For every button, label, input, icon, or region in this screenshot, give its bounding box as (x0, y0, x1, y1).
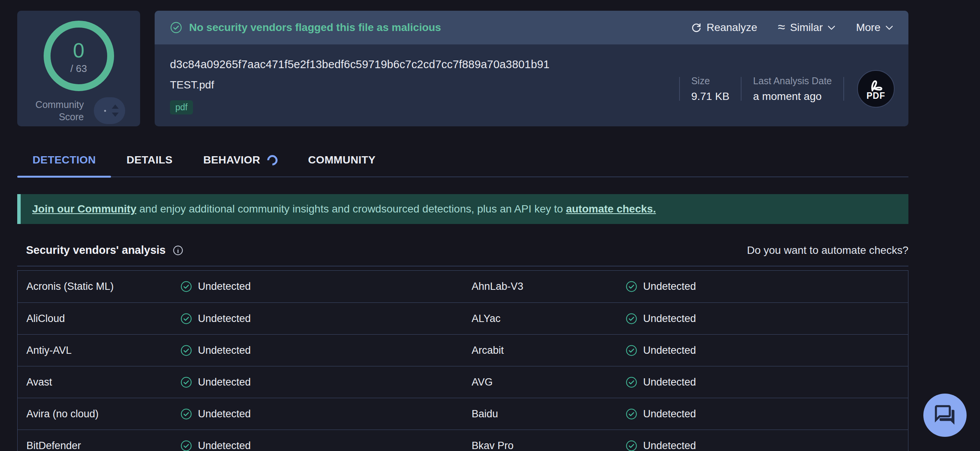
file-hash: d3c84a09265f7aac471f5e2f13bedf6c59719b6c… (170, 58, 550, 71)
last-analysis-label: Last Analysis Date (753, 75, 832, 87)
reanalyze-button[interactable]: Reanalyze (691, 21, 757, 34)
check-circle-icon (180, 408, 192, 420)
vendor-cell: Arcabit Undetected (463, 335, 908, 366)
detections-count: 0 (73, 40, 84, 60)
automate-checks-prompt[interactable]: Do you want to automate checks? (747, 244, 908, 257)
check-circle-icon (626, 440, 637, 451)
vendor-row: Avira (no cloud) Undetected Baidu Undete… (18, 398, 908, 430)
report-tabs: DETECTION DETAILS BEHAVIOR COMMUNITY (17, 149, 908, 177)
vendor-name: AVG (463, 376, 626, 388)
divider (843, 77, 844, 101)
vendor-cell: BitDefender Undetected (18, 430, 463, 451)
loading-spinner-icon (265, 153, 279, 167)
forum-chat-icon (934, 404, 956, 426)
vote-score-dot-icon (104, 110, 106, 112)
join-community-banner: Join our Community and enjoy additional … (17, 194, 908, 224)
verdict-bar: No security vendors flagged this file as… (155, 11, 908, 44)
check-circle-icon (626, 408, 637, 420)
vendor-status: Undetected (626, 376, 696, 388)
vendor-name: AhnLab-V3 (463, 281, 626, 292)
tag-pdf[interactable]: pdf (170, 100, 193, 114)
vendor-name: BitDefender (18, 440, 180, 451)
header-actions: Reanalyze ≈ Similar More (691, 21, 893, 34)
vendors-section-header: Security vendors' analysis Do you want t… (17, 244, 908, 266)
detection-score-donut: 0 / 63 (44, 21, 114, 91)
size-value: 9.71 KB (691, 90, 730, 103)
file-identity: d3c84a09265f7aac471f5e2f13bedf6c59719b6c… (170, 58, 550, 126)
check-circle-icon (180, 345, 192, 356)
vendor-row: Acronis (Static ML) Undetected AhnLab-V3… (18, 271, 908, 302)
check-circle-icon (626, 376, 637, 388)
automate-checks-link[interactable]: automate checks. (566, 203, 656, 215)
similar-button[interactable]: ≈ Similar (778, 21, 835, 34)
vendor-name: Bkav Pro (463, 440, 626, 451)
file-info: d3c84a09265f7aac471f5e2f13bedf6c59719b6c… (155, 44, 908, 126)
chevron-down-icon (828, 25, 835, 30)
check-circle-icon (180, 313, 192, 325)
community-vote-widget[interactable] (94, 97, 125, 124)
vendor-row: BitDefender Undetected Bkav Pro Undetect… (18, 430, 908, 451)
pdf-badge-label: PDF (867, 92, 885, 100)
engines-total: / 63 (70, 63, 87, 75)
check-circle-icon (180, 281, 192, 292)
vendor-name: ALYac (463, 313, 626, 325)
chevron-down-icon (885, 25, 893, 30)
vendor-cell: ALYac Undetected (463, 303, 908, 334)
community-score-label: Community Score (36, 98, 84, 123)
vendor-cell: AliCloud Undetected (18, 303, 463, 334)
vendor-cell: AVG Undetected (463, 366, 908, 398)
check-circle-icon (180, 376, 192, 388)
vendor-cell: Avast Undetected (18, 366, 463, 398)
vendor-status: Undetected (626, 345, 696, 356)
vote-up-icon[interactable] (112, 105, 119, 109)
vendor-name: Baidu (463, 408, 626, 420)
file-size-block: Size 9.71 KB (680, 75, 741, 103)
file-summary-card: No security vendors flagged this file as… (155, 11, 908, 126)
vendor-cell: Baidu Undetected (463, 398, 908, 430)
vendor-name: Acronis (Static ML) (18, 281, 180, 292)
vendor-status: Undetected (180, 408, 251, 420)
community-score-row: Community Score (17, 97, 140, 124)
check-circle-icon (180, 440, 192, 451)
file-name: TEST.pdf (170, 79, 550, 91)
vendor-name: Antiy-AVL (18, 345, 180, 356)
acrobat-loop-icon (866, 77, 886, 93)
file-meta: Size 9.71 KB Last Analysis Date a moment… (679, 70, 895, 108)
vendor-name: Avast (18, 376, 180, 388)
banner-text: and enjoy additional community insights … (136, 203, 566, 215)
check-circle-icon (170, 21, 182, 34)
vendor-status: Undetected (626, 313, 696, 325)
tab-details[interactable]: DETAILS (111, 149, 188, 176)
size-label: Size (691, 75, 730, 87)
verdict-status: No security vendors flagged this file as… (170, 21, 441, 34)
similar-icon: ≈ (778, 20, 785, 33)
check-circle-icon (626, 281, 637, 292)
vendors-table: Acronis (Static ML) Undetected AhnLab-V3… (17, 270, 908, 451)
vendor-status: Undetected (180, 376, 251, 388)
tab-detection[interactable]: DETECTION (17, 149, 111, 176)
vendor-status: Undetected (626, 281, 696, 292)
vendor-cell: Acronis (Static ML) Undetected (18, 271, 463, 302)
vendor-cell: Antiy-AVL Undetected (18, 335, 463, 366)
check-circle-icon (626, 313, 637, 325)
vendors-analysis-title: Security vendors' analysis (17, 244, 184, 257)
file-tags: pdf (170, 100, 550, 114)
vendor-row: AliCloud Undetected ALYac Undetected (18, 302, 908, 334)
last-analysis-block: Last Analysis Date a moment ago (742, 75, 843, 103)
vendor-status: Undetected (180, 281, 251, 292)
info-icon[interactable] (172, 245, 184, 256)
file-type-pdf-icon: PDF (857, 70, 895, 108)
vote-down-icon[interactable] (112, 113, 119, 117)
join-community-link[interactable]: Join our Community (32, 203, 136, 215)
verdict-text: No security vendors flagged this file as… (189, 21, 441, 34)
vendor-cell: Avira (no cloud) Undetected (18, 398, 463, 430)
vendor-status: Undetected (180, 440, 251, 451)
tab-community[interactable]: COMMUNITY (293, 149, 391, 176)
more-button[interactable]: More (856, 21, 893, 34)
reanalyze-icon (691, 22, 702, 33)
tab-behavior[interactable]: BEHAVIOR (188, 149, 293, 176)
vendor-status: Undetected (626, 408, 696, 420)
vendor-cell: Bkav Pro Undetected (463, 430, 908, 451)
chat-support-button[interactable] (923, 394, 967, 437)
main-content: 0 / 63 Community Score (17, 11, 908, 451)
